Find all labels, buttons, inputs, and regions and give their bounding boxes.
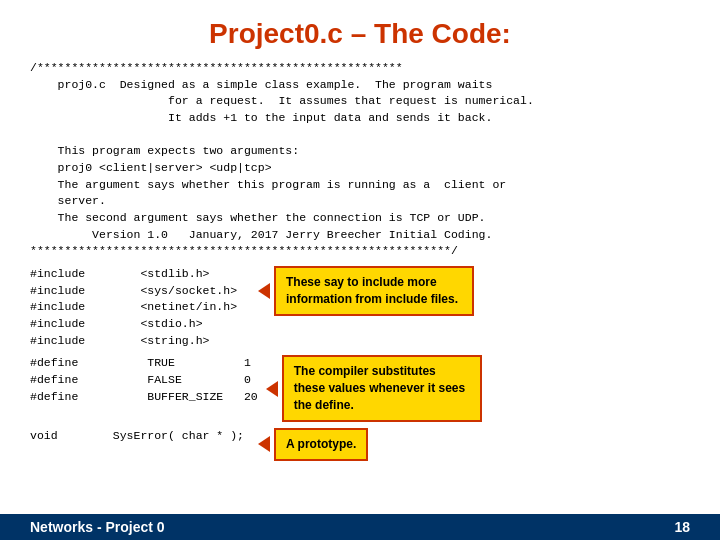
prototype-arrow-icon: [258, 436, 270, 452]
defines-row: #define TRUE 1 #define FALSE 0 #define B…: [30, 355, 690, 421]
defines-callout-wrapper: The compiler substitutes these values wh…: [266, 355, 482, 421]
slide-title: Project0.c – The Code:: [30, 18, 690, 50]
defines-callout: The compiler substitutes these values wh…: [282, 355, 482, 421]
prototype-code: void SysError( char * );: [30, 428, 250, 445]
slide: Project0.c – The Code: /****************…: [0, 0, 720, 540]
prototype-callout-wrapper: A prototype.: [258, 428, 368, 461]
includes-arrow-icon: [258, 283, 270, 299]
includes-callout-wrapper: These say to include more information fr…: [258, 266, 474, 316]
footer-left: Networks - Project 0: [30, 519, 165, 535]
footer-bar: Networks - Project 0 18: [0, 514, 720, 540]
defines-code: #define TRUE 1 #define FALSE 0 #define B…: [30, 355, 258, 405]
prototype-callout: A prototype.: [274, 428, 368, 461]
comment-block: /***************************************…: [30, 60, 690, 260]
includes-code: #include <stdlib.h> #include <sys/socket…: [30, 266, 250, 349]
includes-row: #include <stdlib.h> #include <sys/socket…: [30, 266, 690, 349]
includes-callout: These say to include more information fr…: [274, 266, 474, 316]
defines-arrow-icon: [266, 381, 278, 397]
footer-right: 18: [674, 519, 690, 535]
prototype-row: void SysError( char * ); A prototype.: [30, 428, 690, 461]
